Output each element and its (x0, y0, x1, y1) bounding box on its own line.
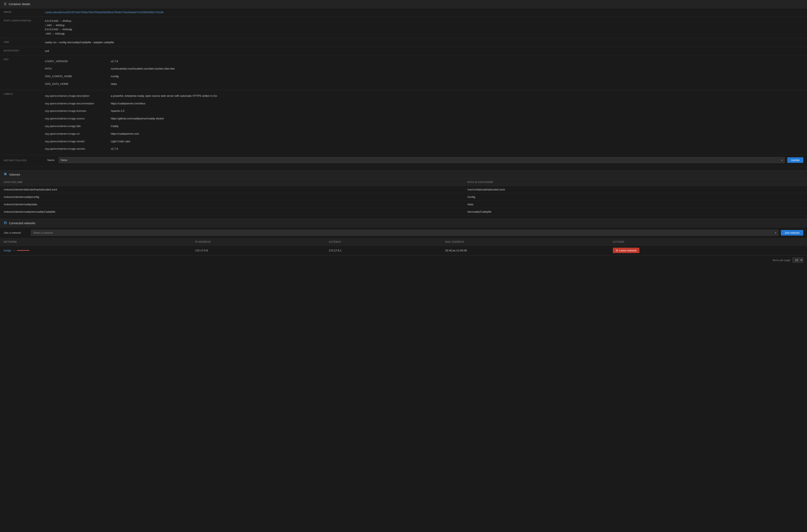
network-arrow-icon: ← (12, 248, 16, 252)
label-row-item: org.opencontainers.image.urlhttps://cadd… (45, 130, 803, 138)
port-config-row: PORT CONFIGURATION 0.0.0.0:443 → 443/tcp… (0, 17, 807, 38)
volume-container: /etc/caddy/Caddyfile (464, 208, 807, 215)
env-row-item: CADDY_VERSIONv2.7.6 (45, 58, 803, 65)
entrypoint-value: null (45, 49, 803, 53)
volume-host: /volume1/docker/caddy/etc/caddy/Caddyfil… (0, 208, 464, 215)
networks-table: Network IP Address Gateway MAC Address A… (0, 239, 807, 255)
volume-host: /volume1/docker/tailscale/tmp/tailscaled… (0, 186, 464, 193)
label-row-item: org.opencontainers.image.descriptiona po… (45, 92, 803, 100)
networks-col-network: Network (0, 239, 191, 246)
table-footer: Items per page 10 25 50 (0, 255, 807, 265)
restart-select-wrapper: None always unless-stopped on-failure ▾ (59, 157, 785, 163)
port-line-4: ::443 → 443/udp (45, 32, 803, 36)
table-row: /volume1/docker/caddy/data/data (0, 201, 807, 208)
labels-label: LABELS (4, 92, 45, 95)
env-key: PATH (45, 65, 111, 73)
label-row-item: org.opencontainers.image.documentationht… (45, 100, 803, 108)
label-val: https://caddyserver.com/docs (111, 100, 803, 108)
volumes-table: Host/volume Path in container /volume1/d… (0, 179, 807, 215)
env-label: ENV (4, 58, 45, 60)
entrypoint-label: ENTRYPOINT (4, 49, 45, 52)
items-per-page-select[interactable]: 10 25 50 (792, 258, 803, 263)
image-row: IMAGE caddy:latest@sha256:657b94790de764… (0, 8, 807, 17)
join-network-button[interactable]: Join network (781, 230, 803, 235)
label-row-item: org.opencontainers.image.versionv2.7.6 (45, 145, 803, 153)
label-val: https://github.com/caddyserver/caddy-doc… (111, 115, 803, 122)
image-value: caddy:latest@sha256:657b94790de764d7f05a… (45, 10, 803, 15)
label-key: org.opencontainers.image.description (45, 92, 111, 100)
volume-container: /var/run/tailscale/tailscaled.sock (464, 186, 807, 193)
label-row-item: org.opencontainers.image.sourcehttps://g… (45, 115, 803, 122)
label-key: org.opencontainers.image.vendor (45, 138, 111, 145)
network-name-link[interactable]: bridge (4, 249, 11, 252)
image-label: IMAGE (4, 10, 45, 13)
volumes-table-head: Host/volume Path in container (0, 179, 807, 186)
env-value: CADDY_VERSIONv2.7.6PATH/usr/local/sbin:/… (45, 58, 803, 88)
restart-name-label: Name (47, 158, 55, 162)
labels-value: org.opencontainers.image.descriptiona po… (45, 92, 803, 153)
label-val: https://caddyserver.com (111, 130, 803, 138)
page-header: ☰ Container details (0, 0, 807, 8)
env-key: CADDY_VERSION (45, 58, 111, 65)
volumes-col-container: Path in container (464, 179, 807, 186)
entrypoint-row: ENTRYPOINT null (0, 47, 807, 56)
networks-table-head: Network IP Address Gateway MAC Address A… (0, 239, 807, 246)
network-line (17, 250, 29, 251)
volume-host: /volume1/docker/caddy/data (0, 201, 464, 208)
env-table: CADDY_VERSIONv2.7.6PATH/usr/local/sbin:/… (45, 58, 803, 88)
leave-network-button[interactable]: ⊖ Leave network (613, 248, 640, 253)
volumes-header-row: Host/volume Path in container (0, 179, 807, 186)
volumes-title: Volumes (9, 173, 20, 176)
main-content: IMAGE caddy:latest@sha256:657b94790de764… (0, 8, 807, 271)
network-ip: 172.17.0.9 (191, 246, 325, 255)
join-network-row: Join a network Select a network ▾ Join n… (0, 227, 807, 239)
env-row-item: XDG_DATA_HOME/data (45, 80, 803, 88)
restart-inner: Name None always unless-stopped on-failu… (47, 157, 803, 163)
label-row-item: org.opencontainers.image.titleCaddy (45, 122, 803, 130)
restart-policy-select[interactable]: None always unless-stopped on-failure (59, 157, 785, 163)
restart-policies-label: RESTART POLICIES (4, 159, 45, 162)
cmd-value: caddy run --config /etc/caddy/Caddyfile … (45, 40, 803, 45)
label-row-item: org.opencontainers.image.licensesApache-… (45, 107, 803, 115)
image-link[interactable]: caddy:latest@sha256:657b94790de764d7f05a… (45, 11, 164, 14)
env-row-item: PATH/usr/local/sbin:/usr/local/bin:/usr/… (45, 65, 803, 73)
networks-title: Connected networks (9, 222, 35, 225)
port-line-1: 0.0.0.0:443 → 443/tcp (45, 19, 803, 23)
table-row: /volume1/docker/caddy/etc/caddy/Caddyfil… (0, 208, 807, 215)
networks-col-actions: Actions (609, 239, 807, 246)
restart-policies-section: RESTART POLICIES Name None always unless… (0, 155, 807, 167)
env-val: /data (111, 80, 803, 88)
svg-rect-1 (4, 174, 6, 175)
restart-row: RESTART POLICIES Name None always unless… (4, 157, 803, 163)
cmd-row: CMD caddy run --config /etc/caddy/Caddyf… (0, 38, 807, 47)
restart-update-button[interactable]: Update (787, 157, 803, 163)
join-network-label: Join a network (4, 231, 28, 234)
label-row-item: org.opencontainers.image.vendorLight Cod… (45, 138, 803, 145)
env-row-item: XDG_CONFIG_HOME/config (45, 73, 803, 80)
volumes-table-body: /volume1/docker/tailscale/tmp/tailscaled… (0, 186, 807, 215)
label-key: org.opencontainers.image.version (45, 145, 111, 153)
leave-icon: ⊖ (616, 249, 618, 252)
networks-col-ip: IP Address (191, 239, 325, 246)
network-select[interactable]: Select a network (31, 230, 779, 236)
networks-col-mac: MAC Address (442, 239, 609, 246)
label-key: org.opencontainers.image.licenses (45, 107, 111, 115)
labels-row: LABELS org.opencontainers.image.descript… (0, 90, 807, 155)
menu-icon: ☰ (4, 2, 6, 6)
table-row: /volume1/docker/caddy/config/config (0, 193, 807, 201)
volumes-col-host: Host/volume (0, 179, 464, 186)
label-val: Apache-2.0 (111, 107, 803, 115)
label-val: Light Code Labs (111, 138, 803, 145)
port-config-label: PORT CONFIGURATION (4, 19, 45, 22)
networks-panel-header: Connected networks (0, 219, 807, 227)
env-val: /usr/local/sbin:/usr/local/bin:/usr/sbin… (111, 65, 803, 73)
volume-container: /config (464, 193, 807, 201)
network-select-wrapper: Select a network ▾ (31, 230, 779, 236)
volume-container: /data (464, 201, 807, 208)
label-val: Caddy (111, 122, 803, 130)
table-row: /volume1/docker/tailscale/tmp/tailscaled… (0, 186, 807, 193)
volumes-panel-header: Volumes (0, 170, 807, 179)
networks-table-body: bridge ← 172.17.0.9 172.17.0.1 02:42:ac:… (0, 246, 807, 255)
cmd-label: CMD (4, 40, 45, 43)
network-gateway: 172.17.0.1 (325, 246, 442, 255)
